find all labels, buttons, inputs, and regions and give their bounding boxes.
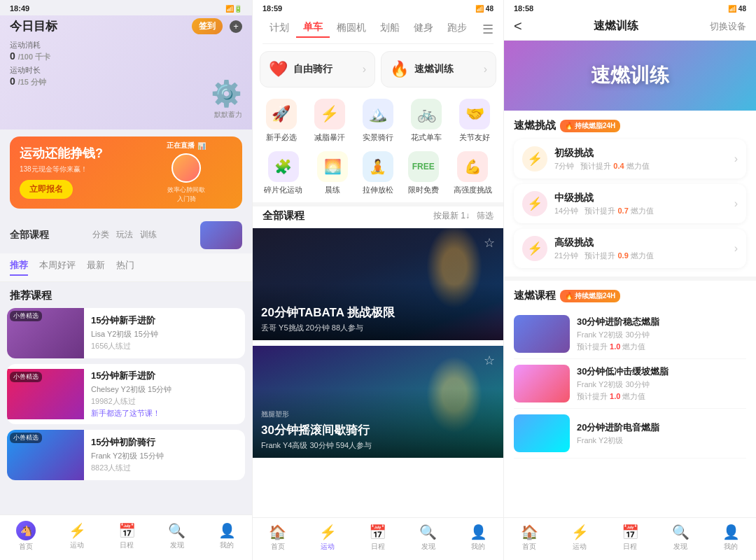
horse-icon: 🐴 — [16, 521, 36, 540]
cat-fatburn-label: 减脂暴汗 — [314, 132, 345, 143]
sort-button[interactable]: 按最新 1↓ — [433, 210, 470, 222]
nav-home-label-1: 首页 — [19, 542, 33, 552]
subcat-free[interactable]: FREE 限时免费 — [408, 151, 439, 195]
nav-elliptical[interactable]: 椭圆机 — [330, 22, 373, 37]
cat-beginner-label: 新手必选 — [266, 132, 297, 143]
flame-icon-main: 🔥 — [390, 60, 409, 78]
p3-course-2[interactable]: 30分钟低冲击缓坡燃脂 Frank Y2初级 30分钟 预计提升 1.0 燃力值 — [514, 359, 746, 409]
course-item-3[interactable]: 小兽精选 15分钟初阶骑行 Frank Y2初级 15分钟 8823人练过 — [7, 430, 245, 480]
nav-schedule-label-2: 日程 — [371, 542, 385, 552]
tab-hot[interactable]: 热门 — [116, 259, 134, 276]
subcat-fragment[interactable]: 🧩 碎片化运动 — [264, 151, 302, 195]
course-name-3: 15分钟初阶骑行 — [91, 436, 238, 449]
sign-label: 签到 — [199, 20, 216, 32]
nav-profile-2[interactable]: 👤 我的 — [470, 524, 487, 552]
course-item-1[interactable]: 小兽精选 15分钟新手进阶 Lisa Y2初级 15分钟 1656人练过 — [7, 308, 245, 358]
nav-exercise-2[interactable]: ⚡ 运动 — [319, 524, 337, 552]
card-2-title: 30分钟摇滚间歇骑行 — [261, 422, 495, 438]
home-icon-3: 🏠 — [521, 524, 538, 540]
tag-train[interactable]: 训练 — [140, 229, 157, 241]
nav-bike[interactable]: 单车 — [296, 21, 330, 38]
all-courses-header: 全部课程 按最新 1↓ 筛选 — [253, 202, 503, 228]
subcat-morning-icon: 🌅 — [317, 151, 348, 182]
nav-rowing[interactable]: 划船 — [373, 22, 407, 37]
all-courses-title: 全部课程 — [262, 209, 304, 223]
challenge-hard-info: 高级挑战 21分钟 预计提升 0.9 燃力值 — [554, 237, 734, 261]
challenge-beginner-name: 初级挑战 — [554, 147, 734, 160]
add-button[interactable]: + — [230, 20, 242, 33]
speed-burn-label: 速燃训练 — [414, 63, 454, 76]
tab-newest[interactable]: 最新 — [87, 259, 105, 276]
subcat-morning[interactable]: 🌅 晨练 — [317, 151, 348, 195]
course-card-2[interactable]: 翘腿塑形 30分钟摇滚间歇骑行 Frank Y4高级 30分钟 594人参与 ☆ — [253, 346, 503, 458]
tab-recommended[interactable]: 推荐 — [10, 259, 28, 276]
cat-fatburn[interactable]: ⚡ 减脂暴汗 — [314, 99, 345, 143]
nav-discover-1[interactable]: 🔍 发现 — [168, 522, 186, 550]
nav-profile-3[interactable]: 👤 我的 — [722, 524, 740, 552]
tab-weekly[interactable]: 本周好评 — [39, 259, 76, 276]
course-image-1: 小兽精选 — [7, 308, 84, 358]
nav-home-2[interactable]: 🏠 首页 — [269, 524, 286, 552]
speed-burn-card[interactable]: 🔥 速燃训练 › — [381, 51, 496, 88]
subcat-stretch[interactable]: 🧘 拉伸放松 — [363, 151, 393, 195]
cat-joint[interactable]: 🤝 关节友好 — [459, 99, 490, 143]
switch-device-button[interactable]: 切换设备 — [710, 20, 746, 33]
challenges-section: 速燃挑战 🔥 持续燃脂24H ⚡ 初级挑战 7分钟 预计提升 0.4 燃力值 ›… — [504, 111, 756, 276]
challenge-hard-name: 高级挑战 — [554, 237, 734, 249]
tag-play[interactable]: 玩法 — [116, 229, 133, 241]
nav-schedule-2[interactable]: 📅 日程 — [369, 524, 386, 552]
card-1-favorite[interactable]: ☆ — [484, 235, 495, 251]
nav-profile-label-2: 我的 — [471, 542, 485, 552]
nav-home-1[interactable]: 🐴 首页 — [16, 521, 36, 552]
challenge-hard[interactable]: ⚡ 高级挑战 21分钟 预计提升 0.9 燃力值 › — [514, 229, 746, 268]
course-card-1[interactable]: 20分钟TABATA 挑战极限 丢哥 Y5挑战 20分钟 88人参与 ☆ — [253, 228, 503, 340]
nav-plan[interactable]: 计划 — [262, 22, 296, 37]
course-item-2[interactable]: 小兽精选 15分钟新手进阶 Chelsey Y2初级 15分钟 19982人练过… — [7, 364, 245, 424]
back-button[interactable]: < — [514, 18, 522, 34]
live-desc: 效率心肺间歇入门骑 — [165, 186, 207, 204]
cat-beginner[interactable]: 🚀 新手必选 — [266, 99, 297, 143]
subcat-stretch-label: 拉伸放松 — [363, 185, 393, 195]
nav-exercise-3[interactable]: ⚡ 运动 — [571, 524, 589, 552]
nav-discover-2[interactable]: 🔍 发现 — [419, 524, 437, 552]
time-1: 18:49 — [10, 4, 29, 13]
p3-course-3[interactable]: 20分钟进阶电音燃脂 Frank Y2初级 — [514, 409, 746, 458]
course-badge-3: 小兽精选 — [10, 433, 42, 443]
free-ride-card[interactable]: ❤️ 自由骑行 › — [260, 51, 375, 88]
all-courses-label[interactable]: 全部课程 — [10, 229, 49, 241]
bottom-nav-2: 🏠 首页 ⚡ 运动 📅 日程 🔍 发现 👤 我的 — [253, 517, 503, 560]
cat-fancy[interactable]: 🚲 花式单车 — [411, 99, 442, 143]
sub-categories-row: 🧩 碎片化运动 🌅 晨练 🧘 拉伸放松 FREE 限时免费 💪 高强度挑战 — [253, 148, 503, 202]
nav-schedule-3[interactable]: 📅 日程 — [622, 524, 639, 552]
nav-fitness[interactable]: 健身 — [407, 22, 440, 37]
subcat-intense[interactable]: 💪 高强度挑战 — [454, 151, 492, 195]
nav-discover-label-3: 发现 — [673, 542, 687, 552]
cat-scenery[interactable]: 🏔️ 实景骑行 — [363, 99, 393, 143]
nav-exercise-1[interactable]: ⚡ 运动 — [69, 522, 86, 550]
sign-button[interactable]: 签到 — [192, 18, 223, 34]
nav-profile-1[interactable]: 👤 我的 — [218, 522, 236, 550]
challenge-beginner[interactable]: ⚡ 初级挑战 7分钟 预计提升 0.4 燃力值 › — [514, 139, 746, 178]
card-2-tag: 翘腿塑形 — [261, 410, 495, 419]
all-courses-row: 全部课程 分类 玩法 训练 — [0, 216, 252, 253]
p3-thumb-1 — [514, 315, 570, 353]
p3-course-boost-2: 预计提升 1.0 燃力值 — [577, 391, 746, 402]
p3-course-1[interactable]: 30分钟进阶稳态燃脂 Frank Y2初级 30分钟 预计提升 1.0 燃力值 — [514, 309, 746, 359]
card-2-favorite[interactable]: ☆ — [484, 353, 495, 368]
promotion-banner[interactable]: 运动还能挣钱? 138元现金等你来赢！ 立即报名 正在直播 📊 效率心肺间歇入门… — [10, 136, 242, 209]
p3-course-meta-2: Frank Y2初级 30分钟 — [577, 379, 746, 390]
tag-category[interactable]: 分类 — [92, 229, 109, 241]
banner-cta[interactable]: 立即报名 — [20, 180, 73, 199]
nav-discover-3[interactable]: 🔍 发现 — [672, 524, 690, 552]
p3-course-info-3: 20分钟进阶电音燃脂 Frank Y2初级 — [577, 421, 746, 446]
nav-more-icon[interactable]: ☰ — [482, 22, 493, 37]
challenge-beginner-meta: 7分钟 预计提升 0.4 燃力值 — [554, 161, 734, 172]
nav-running[interactable]: 跑步 — [440, 22, 474, 37]
cat-fatburn-icon: ⚡ — [314, 99, 345, 130]
filter-button[interactable]: 筛选 — [477, 210, 493, 222]
nav-home-3[interactable]: 🏠 首页 — [521, 524, 538, 552]
course-name-2: 15分钟新手进阶 — [91, 370, 238, 382]
card-1-meta: 丢哥 Y5挑战 20分钟 88人参与 — [261, 323, 495, 333]
nav-schedule-1[interactable]: 📅 日程 — [118, 522, 136, 550]
challenge-mid[interactable]: ⚡ 中级挑战 14分钟 预计提升 0.7 燃力值 › — [514, 184, 746, 223]
